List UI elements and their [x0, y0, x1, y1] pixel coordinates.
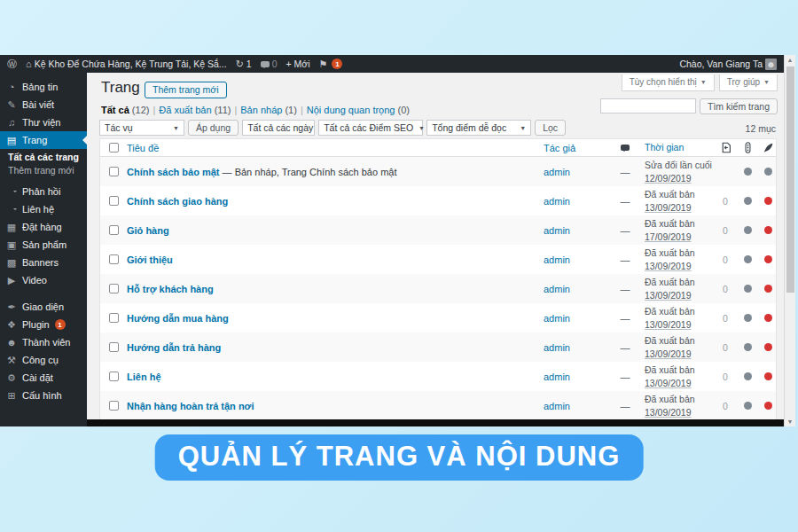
- row-checkbox[interactable]: [109, 284, 119, 293]
- search-pages-button[interactable]: Tìm kiếm trang: [700, 98, 778, 114]
- date-filter-select[interactable]: Tất cả các ngày▼: [242, 120, 315, 136]
- author-link[interactable]: admin: [544, 313, 570, 324]
- publish-date: 13/09/2019: [645, 201, 714, 214]
- sidebar-item-plugins[interactable]: ❖ Plugin 1: [0, 316, 87, 333]
- sidebar-item-settings[interactable]: ⚙ Cài đặt: [0, 369, 87, 387]
- links-count: 0: [714, 254, 737, 265]
- screen-options-button[interactable]: Tùy chọn hiển thị ▼: [622, 74, 715, 91]
- sidebar-item-label: Plugin: [22, 319, 50, 330]
- sidebar-item-media[interactable]: ♫ Thư viện: [0, 113, 87, 131]
- updates-link[interactable]: ↻ 1: [236, 59, 252, 69]
- sidebar-item-label: Phản hồi: [22, 186, 60, 197]
- comments-column-icon[interactable]: [621, 145, 630, 151]
- home-icon: ⌂: [26, 59, 32, 69]
- row-checkbox[interactable]: [109, 313, 119, 323]
- sidebar-item-posts[interactable]: ✎ Bài viết: [0, 96, 87, 113]
- links-count: 0: [714, 401, 737, 411]
- admin-sidebar: ◔ Bảng tin ✎ Bài viết ♫ Thư viện ▤ Trang…: [0, 73, 87, 426]
- readability-filter-select[interactable]: Tổng điểm dễ đọc▼: [426, 120, 531, 136]
- seo-score-dot: [744, 226, 752, 234]
- page-title-link[interactable]: Nhận hàng hoàn trả tận nơi: [127, 401, 254, 411]
- row-checkbox[interactable]: [109, 167, 119, 176]
- author-link[interactable]: admin: [544, 372, 570, 382]
- page-title-link[interactable]: Hướng dẫn trả hàng: [127, 342, 221, 353]
- view-cornerstone[interactable]: Nội dung quan trọng (0): [307, 105, 410, 115]
- sidebar-item-products[interactable]: ▣ Sản phẩm: [0, 236, 87, 254]
- sidebar-item-label: Trang: [22, 135, 47, 145]
- view-draft[interactable]: Bản nháp (1): [240, 105, 302, 115]
- help-button[interactable]: Trợ giúp ▼: [719, 74, 778, 91]
- author-link[interactable]: admin: [544, 196, 570, 207]
- seo-score-dot: [744, 343, 752, 351]
- page-title-link[interactable]: Giới thiệu: [127, 254, 173, 265]
- scrollbar-thumb[interactable]: [786, 66, 794, 293]
- readability-dot: [764, 285, 772, 293]
- sidebar-item-video[interactable]: ▶ Video: [0, 271, 87, 289]
- add-new-page-button[interactable]: Thêm trang mới: [145, 82, 227, 98]
- column-header-title[interactable]: Tiêu đề: [127, 143, 159, 153]
- sidebar-item-comments[interactable]: Phản hồi: [0, 183, 87, 200]
- row-checkbox[interactable]: [109, 254, 119, 264]
- row-checkbox[interactable]: [109, 342, 119, 352]
- author-link[interactable]: admin: [544, 284, 570, 294]
- page-state-label: — Bản nháp, Trang Chính sách bảo mật: [220, 167, 397, 177]
- sidebar-item-label: Cấu hình: [22, 390, 62, 401]
- bulk-actions-select[interactable]: Tác vụ▼: [99, 120, 184, 136]
- pages-table: Tiêu đề Tác giả Thời gian: [99, 138, 777, 421]
- select-all-checkbox[interactable]: [109, 143, 119, 153]
- filter-button[interactable]: Lọc: [535, 120, 566, 136]
- submenu-all-pages[interactable]: Tất cả các trang: [0, 151, 87, 164]
- row-checkbox[interactable]: [109, 372, 119, 381]
- author-link[interactable]: admin: [544, 401, 570, 411]
- page-title-link[interactable]: Chính sách giao hàng: [127, 196, 228, 207]
- column-header-date[interactable]: Thời gian: [645, 142, 684, 153]
- page-title-link[interactable]: Giỏ hàng: [127, 225, 169, 236]
- scrollbar-down-arrow[interactable]: ▼: [785, 419, 795, 425]
- page-title-link[interactable]: Liên hệ: [127, 372, 161, 382]
- wp-logo-glyph: Ⓦ: [7, 59, 17, 69]
- sidebar-item-orders[interactable]: ▦ Đặt hàng: [0, 218, 87, 236]
- sidebar-item-config[interactable]: ⊞ Cấu hình: [0, 387, 87, 404]
- publish-date: 13/09/2019: [645, 260, 714, 272]
- seo-score-dot: [744, 168, 752, 176]
- comments-value: —: [621, 225, 630, 236]
- sidebar-item-label: Cài đặt: [22, 372, 53, 383]
- author-link[interactable]: admin: [544, 254, 570, 265]
- sidebar-item-dashboard[interactable]: ◔ Bảng tin: [0, 78, 87, 96]
- sidebar-item-banners[interactable]: ▩ Banners: [0, 254, 87, 271]
- new-content-link[interactable]: + Mới: [286, 59, 310, 69]
- sidebar-item-appearance[interactable]: ✒ Giao diện: [0, 298, 87, 316]
- brush-icon: ✒: [6, 302, 17, 312]
- sidebar-item-users[interactable]: ☻ Thành viên: [0, 333, 87, 351]
- row-checkbox[interactable]: [109, 225, 119, 235]
- page-title-link[interactable]: Hỗ trợ khách hàng: [127, 284, 214, 294]
- author-link[interactable]: admin: [544, 167, 570, 177]
- sidebar-item-tools[interactable]: ⚒ Công cụ: [0, 351, 87, 369]
- author-link[interactable]: admin: [544, 342, 570, 353]
- apply-button[interactable]: Áp dụng: [188, 120, 239, 136]
- scrollbar-up-arrow[interactable]: ▲: [785, 57, 795, 63]
- page-title-link[interactable]: Chính sách bảo mật: [127, 167, 220, 177]
- sidebar-item-pages[interactable]: ▤ Trang: [0, 131, 87, 149]
- security-plugin-link[interactable]: ⚑ 1: [319, 59, 343, 69]
- row-checkbox[interactable]: [109, 196, 119, 206]
- wordpress-logo-icon[interactable]: Ⓦ: [7, 59, 17, 69]
- links-count: 0: [714, 342, 737, 353]
- screenshot-stage: Ⓦ ⌂ Kệ Kho Để Chứa Hàng, Kệ Trung Tải, K…: [0, 0, 798, 532]
- window-scrollbar[interactable]: ▲ ▼: [784, 55, 795, 426]
- seo-filter-select[interactable]: Tất cả các Điểm SEO▼: [318, 120, 423, 136]
- search-input[interactable]: [600, 98, 696, 113]
- site-name-link[interactable]: ⌂ Kệ Kho Để Chứa Hàng, Kệ Trung Tải, Kệ …: [26, 59, 227, 69]
- submenu-add-new-page[interactable]: Thêm trang mới: [0, 164, 87, 177]
- sidebar-item-contact[interactable]: Liên hệ: [0, 200, 87, 218]
- filters-row: Tác vụ▼ Áp dụng Tất cả các ngày▼ Tất cả …: [99, 120, 566, 136]
- view-published[interactable]: Đã xuất bản (11): [159, 105, 237, 115]
- view-all[interactable]: Tất cả (12): [101, 105, 155, 115]
- account-menu[interactable]: Chào, Van Giang Ta ☻: [679, 59, 777, 70]
- chevron-down-icon: ▼: [173, 125, 179, 131]
- author-link[interactable]: admin: [544, 225, 570, 236]
- comments-link[interactable]: 0: [261, 59, 278, 69]
- page-title-link[interactable]: Hướng dẫn mua hàng: [127, 313, 229, 324]
- row-checkbox[interactable]: [109, 401, 119, 411]
- comments-value: —: [621, 342, 630, 353]
